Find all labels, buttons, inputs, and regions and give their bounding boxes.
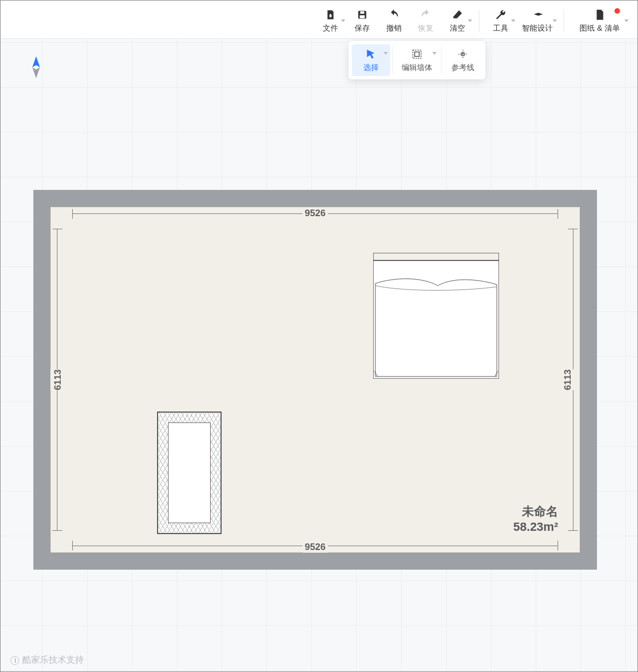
guideline-label: 参考线 (451, 63, 474, 73)
export-label: 图纸 & 清单 (579, 24, 619, 33)
chevron-down-icon (384, 52, 388, 55)
guideline-tool[interactable]: 参考线 (444, 44, 482, 76)
tools-label: 工具 (493, 24, 508, 33)
sub-sep (392, 47, 393, 74)
edit-wall-tool[interactable]: 编辑墙体 (395, 44, 439, 76)
dim-tick (568, 530, 578, 531)
svg-rect-8 (373, 253, 499, 260)
select-tool[interactable]: 选择 (352, 44, 390, 76)
ai-label: 智能设计 (522, 24, 553, 33)
dimension-height-right: 6113 (560, 369, 576, 390)
file-label: 文件 (323, 24, 338, 33)
dim-tick (558, 209, 558, 219)
svg-rect-4 (415, 52, 419, 56)
dim-tick (558, 541, 558, 551)
save-icon (356, 8, 369, 21)
chevron-down-icon (511, 19, 515, 22)
save-label: 保存 (355, 24, 370, 33)
dimension-height-left: 6113 (50, 369, 66, 390)
tools-button[interactable]: 工具 (485, 6, 517, 36)
edit-wall-label: 编辑墙体 (402, 63, 432, 73)
select-label: 选择 (363, 63, 379, 73)
dim-tick (53, 530, 62, 531)
floor-plan[interactable]: 9526 9526 6113 6113 (33, 190, 597, 570)
bed-furniture[interactable] (373, 253, 499, 379)
dim-tick (72, 541, 73, 551)
main-toolbar: 文件 保存 撤销 恢复 清空 (1, 1, 637, 39)
support-icon (10, 656, 19, 665)
toolbar-group-file: 文件 保存 撤销 恢复 清空 (315, 6, 473, 36)
clear-label: 清空 (450, 24, 465, 33)
notification-dot-icon (614, 8, 620, 14)
footer-support[interactable]: 酷家乐技术支持 (10, 654, 84, 666)
support-label: 酷家乐技术支持 (22, 654, 84, 666)
cursor-icon (364, 48, 378, 61)
svg-marker-7 (32, 67, 40, 78)
sub-sep (441, 47, 442, 74)
chevron-down-icon (341, 19, 345, 22)
dim-tick (72, 209, 73, 219)
eraser-icon (451, 8, 464, 21)
redo-button[interactable]: 恢复 (410, 6, 442, 36)
room-area: 58.23m² (513, 520, 558, 534)
clear-button[interactable]: 清空 (442, 6, 473, 36)
tools-subtoolbar: 选择 编辑墙体 参考线 (349, 41, 485, 79)
wall-icon (410, 48, 424, 61)
compass-icon[interactable] (30, 56, 42, 80)
toolbar-sep (564, 10, 564, 32)
ai-design-button[interactable]: 智能设计 (517, 6, 558, 36)
rug-furniture[interactable] (157, 412, 222, 534)
svg-rect-3 (413, 50, 421, 59)
svg-rect-1 (360, 11, 364, 14)
wrench-icon (494, 8, 507, 21)
save-button[interactable]: 保存 (346, 6, 378, 36)
ai-icon (531, 8, 544, 21)
redo-label: 恢复 (418, 24, 433, 33)
document-icon (593, 8, 606, 21)
chevron-down-icon (624, 19, 629, 22)
chevron-down-icon (553, 19, 557, 22)
guideline-icon (456, 48, 469, 61)
undo-button[interactable]: 撤销 (378, 6, 410, 36)
svg-rect-2 (359, 15, 364, 18)
toolbar-group-tools: 工具 智能设计 (485, 6, 558, 36)
room-label: 未命名 58.23m² (513, 503, 558, 534)
undo-label: 撤销 (386, 24, 402, 33)
svg-marker-6 (32, 56, 40, 67)
dim-tick (568, 229, 578, 229)
dim-tick (53, 229, 62, 229)
chevron-down-icon (432, 52, 437, 55)
toolbar-sep (479, 10, 479, 32)
undo-icon (387, 8, 401, 21)
dimension-width-bottom: 9526 (303, 542, 328, 553)
dimension-width-top: 9526 (303, 208, 328, 219)
file-button[interactable]: 文件 (315, 6, 346, 36)
room-interior[interactable]: 9526 9526 6113 6113 (50, 206, 581, 553)
toolbar-group-export: 图纸 & 清单 (570, 6, 630, 36)
chevron-down-icon (468, 19, 472, 22)
export-button[interactable]: 图纸 & 清单 (570, 6, 630, 36)
home-icon (324, 8, 337, 21)
room-name: 未命名 (513, 503, 558, 520)
redo-icon (419, 8, 432, 21)
